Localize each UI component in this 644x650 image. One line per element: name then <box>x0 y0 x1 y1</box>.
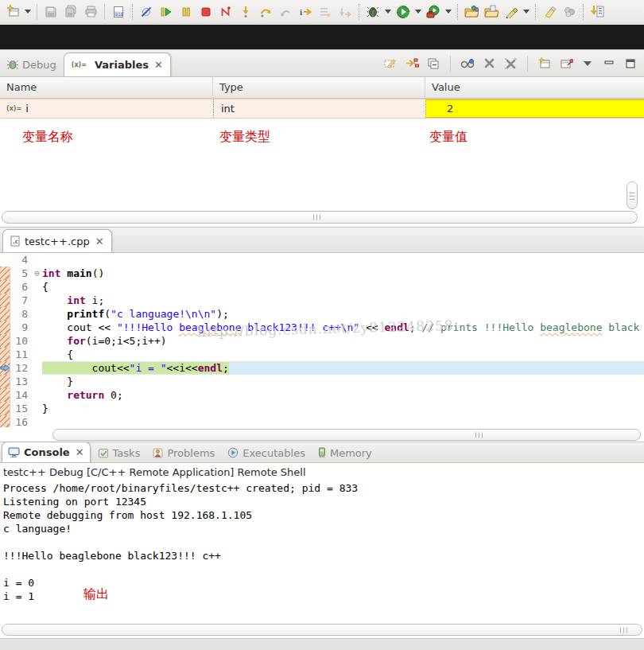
save-icon[interactable] <box>42 3 60 21</box>
disconnect-icon[interactable] <box>217 3 235 21</box>
tab-executables[interactable]: Executables <box>222 443 311 462</box>
code-line: 5⊖int main() <box>0 267 644 280</box>
console-output[interactable]: Process /home/root/binaryfiles/testc++ c… <box>0 480 644 603</box>
tab-variables-label: Variables <box>95 59 149 71</box>
view-menu-icon[interactable] <box>580 56 595 71</box>
column-header-type[interactable]: Type <box>213 77 425 98</box>
close-icon[interactable]: ✕ <box>76 447 84 457</box>
line-number: 8 <box>10 307 32 321</box>
toolbar-separator <box>527 56 528 72</box>
step-return-icon[interactable] <box>277 3 294 21</box>
run-dropdown-icon[interactable] <box>415 10 421 14</box>
console-line <box>3 535 644 549</box>
new-dropdown-icon[interactable] <box>25 10 31 14</box>
tab-console-label: Console <box>24 446 70 458</box>
tab-debug[interactable]: Debug <box>0 53 64 76</box>
open-type-icon[interactable] <box>463 3 480 21</box>
external-tools-icon[interactable] <box>425 3 442 21</box>
new-view-icon[interactable] <box>537 56 552 71</box>
tab-console[interactable]: Console ✕ <box>2 442 91 462</box>
code-line: 6{ <box>0 280 644 294</box>
change-bar <box>0 334 10 348</box>
tab-variables[interactable]: (x)= Variables ✕ <box>64 53 171 76</box>
fold-marker-icon[interactable]: ⊖ <box>32 267 42 280</box>
variable-value: 2 <box>425 99 644 118</box>
last-edit-location-icon[interactable] <box>588 3 606 21</box>
variables-icon: (x)= <box>72 61 87 68</box>
code-area[interactable]: 45⊖int main()6{7 int i;8 printf("c langu… <box>0 253 644 427</box>
tasks-icon <box>98 448 109 458</box>
editor-hscrollbar[interactable] <box>52 429 641 441</box>
console-title: testc++ Debug [C/C++ Remote Application]… <box>0 463 644 480</box>
move-to-line-icon[interactable]: i <box>297 3 314 21</box>
minimize-icon[interactable] <box>602 56 616 71</box>
tab-editor-file[interactable]: .c testc++.cpp ✕ <box>2 229 112 252</box>
variables-hscrollbar[interactable] <box>2 211 638 224</box>
toolbar-separator <box>359 4 359 20</box>
instruction-pointer-icon <box>0 363 10 373</box>
run-icon[interactable] <box>394 3 412 21</box>
tab-executables-label: Executables <box>242 447 305 459</box>
code-line: 9 cout << "!!!Hello beaglebone black123!… <box>0 321 644 334</box>
close-icon[interactable]: ✕ <box>154 60 163 70</box>
remove-all-icon[interactable] <box>503 56 518 71</box>
binary-file-icon[interactable]: 010 <box>110 3 127 21</box>
tab-tasks[interactable]: Tasks <box>92 443 146 462</box>
tab-debug-label: Debug <box>22 59 56 71</box>
tab-problems-label: Problems <box>167 447 215 459</box>
change-bar <box>0 253 10 267</box>
tab-memory[interactable]: Memory <box>312 443 378 462</box>
toolbar-separator <box>583 4 584 20</box>
suspend-icon[interactable] <box>177 3 195 21</box>
status-strip <box>0 638 644 650</box>
maximize-icon[interactable] <box>623 56 638 71</box>
variable-type: int <box>213 99 425 118</box>
new-wizard-icon[interactable] <box>4 3 21 21</box>
step-into-icon[interactable] <box>237 3 254 21</box>
show-logical-structure-icon[interactable] <box>460 56 475 71</box>
toolbar-separator <box>450 56 451 72</box>
toolbar-separator <box>104 4 105 20</box>
external-tools-dropdown-icon[interactable] <box>445 10 452 14</box>
change-bar <box>0 267 10 280</box>
open-resource-icon[interactable] <box>483 3 500 21</box>
debug-icon[interactable] <box>364 3 382 21</box>
console-hscrollbar[interactable] <box>2 624 642 636</box>
line-number: 7 <box>10 294 32 307</box>
search-dropdown-icon[interactable] <box>523 10 530 14</box>
toolbar-separator <box>132 4 133 20</box>
terminate-icon[interactable] <box>197 3 215 21</box>
console-line: Process /home/root/binaryfiles/testc++ c… <box>3 481 644 495</box>
console-line: c language! <box>3 522 644 535</box>
change-bar <box>0 415 10 427</box>
tab-problems[interactable]: Problems <box>147 443 220 462</box>
debug-dropdown-icon[interactable] <box>385 10 391 14</box>
variable-row[interactable]: (x)=iint2 <box>0 99 644 119</box>
print-icon[interactable] <box>82 3 99 21</box>
instruction-stepping-icon[interactable] <box>316 3 334 21</box>
search-marker-icon[interactable] <box>502 3 520 21</box>
code-line: 10 for(i=0;i<5;i++) <box>0 334 644 348</box>
step-over-icon[interactable] <box>257 3 274 21</box>
fold-column <box>32 388 42 402</box>
code-line: 16 <box>0 415 644 427</box>
collapse-all-icon[interactable] <box>426 56 440 71</box>
code-line: 4 <box>0 253 644 267</box>
pin-view-icon[interactable] <box>559 56 573 71</box>
bug-icon <box>7 59 18 70</box>
skip-all-breakpoints-icon[interactable] <box>138 3 155 21</box>
fold-column <box>32 334 42 348</box>
column-header-value[interactable]: Value <box>425 77 644 98</box>
fold-column <box>32 348 42 361</box>
save-all-icon[interactable] <box>62 3 80 21</box>
highlighter-icon[interactable] <box>541 3 558 21</box>
instruction-stepping-alt-icon[interactable] <box>336 3 354 21</box>
add-watch-icon[interactable] <box>405 56 419 71</box>
close-icon[interactable]: ✕ <box>95 236 104 247</box>
column-header-name[interactable]: Name <box>0 77 213 98</box>
remove-selected-icon[interactable] <box>482 56 496 71</box>
show-type-names-icon[interactable] <box>383 56 398 71</box>
resume-icon[interactable] <box>157 3 175 21</box>
variables-vscrollbar[interactable] <box>627 181 638 209</box>
annotations-icon[interactable] <box>561 3 578 21</box>
